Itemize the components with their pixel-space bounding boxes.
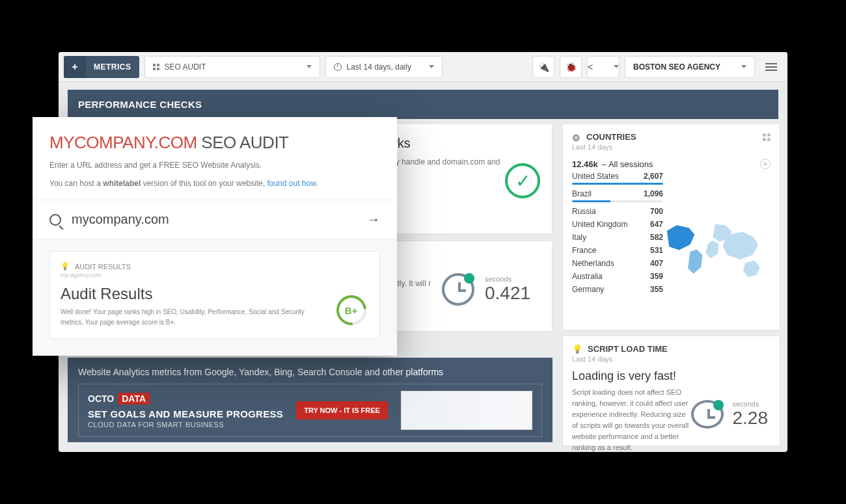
- submit-arrow-icon[interactable]: →: [367, 212, 380, 227]
- seo-audit-overlay: MYCOMPANY.COM SEO AUDIT Enter a URL addr…: [33, 117, 397, 356]
- country-value: 407: [650, 259, 663, 268]
- country-row: Russia700: [572, 205, 663, 218]
- country-row: France531: [572, 244, 663, 257]
- add-metrics-button[interactable]: + METRICS: [64, 56, 139, 78]
- grid-icon: [153, 64, 159, 70]
- script-headline: Loading is very fast!: [572, 369, 771, 383]
- results-label: AUDIT RESULTS: [75, 263, 131, 271]
- chevron-down-icon: [429, 65, 434, 68]
- bulb-icon: 💡: [61, 262, 70, 271]
- country-value: 531: [650, 246, 663, 255]
- countries-card: COUNTRIES Last 14 days 12.46k – All sess…: [562, 124, 780, 330]
- chevron-down-icon: [741, 65, 746, 68]
- country-value: 647: [650, 220, 663, 229]
- metrics-label: METRICS: [86, 62, 139, 72]
- url-search-bar[interactable]: mycompany.com →: [33, 200, 397, 239]
- country-value: 2,607: [644, 172, 663, 181]
- country-name: Australia: [572, 272, 603, 281]
- results-text: Well done! Your page ranks high in SEO, …: [61, 307, 369, 328]
- sessions-total-value: 12.46k: [572, 159, 598, 169]
- country-value: 355: [650, 285, 663, 294]
- countries-list: United States2,607Brazil1,096Russia700Un…: [572, 170, 663, 296]
- gear-icon[interactable]: [572, 133, 581, 142]
- overlay-title-suffix: SEO AUDIT: [197, 133, 289, 152]
- script-load-card: 💡 SCRIPT LOAD TIME Last 14 days Loading …: [562, 336, 780, 446]
- agency-label: BOSTON SEO AGENCY: [633, 62, 720, 72]
- script-value: 2.28: [733, 408, 769, 429]
- bulb-icon: 💡: [572, 344, 582, 354]
- country-name: Brazil: [572, 189, 592, 198]
- country-value: 700: [650, 207, 663, 216]
- date-range-dropdown[interactable]: Last 14 days, daily: [325, 56, 443, 78]
- menu-button[interactable]: [760, 56, 782, 78]
- bug-button[interactable]: 🐞: [560, 56, 582, 78]
- country-name: France: [572, 246, 596, 255]
- plus-icon: +: [64, 56, 86, 78]
- audit-results-card: 💡 AUDIT RESULTS my-agency.com Audit Resu…: [49, 251, 380, 339]
- clock-icon: [691, 400, 724, 429]
- add-segment-button[interactable]: +: [760, 159, 771, 169]
- found-out-how-link[interactable]: found out how: [267, 179, 316, 188]
- drag-handle-icon[interactable]: [763, 133, 771, 141]
- country-row: United Kingdom647: [572, 218, 663, 231]
- try-now-button[interactable]: TRY NOW - IT IS FREE: [296, 401, 388, 419]
- check-circle-icon: ✓: [505, 163, 540, 198]
- speed-value: 0.421: [485, 283, 530, 304]
- results-heading: Audit Results: [61, 285, 369, 303]
- plug-button[interactable]: 🔌: [532, 56, 554, 78]
- clock-icon: [334, 63, 342, 71]
- world-map: [662, 187, 773, 317]
- country-bar: [572, 183, 663, 185]
- plug-icon: 🔌: [538, 62, 549, 72]
- audit-dropdown[interactable]: SEO AUDIT: [144, 56, 320, 78]
- country-row: Brazil1,096: [572, 187, 663, 200]
- country-name: Germany: [572, 285, 604, 294]
- sessions-total-label: – All sessions: [602, 159, 653, 169]
- clock-icon: [442, 273, 474, 306]
- script-subtitle: Last 14 days: [572, 355, 771, 363]
- overlay-line1: Enter a URL address and get a FREE SEO W…: [49, 159, 380, 171]
- country-value: 359: [650, 272, 663, 281]
- promo-banner: Website Analytics metrics from Google, Y…: [68, 358, 553, 442]
- date-range-label: Last 14 days, daily: [347, 62, 411, 72]
- bug-icon: 🐞: [566, 62, 577, 72]
- banner-preview-image: [401, 391, 532, 430]
- country-value: 582: [650, 233, 663, 242]
- country-name: Italy: [572, 233, 586, 242]
- share-icon: <: [588, 62, 593, 72]
- country-value: 1,096: [644, 189, 663, 198]
- overlay-brand: MYCOMPANY.COM: [49, 133, 197, 152]
- script-desc: Script loading does not affect SEO ranki…: [572, 387, 689, 452]
- banner-brand-b: DATA: [118, 393, 150, 405]
- results-domain: my-agency.com: [61, 272, 369, 278]
- country-name: Russia: [572, 207, 596, 216]
- overlay-line2: You can host a whitelabel version of thi…: [49, 178, 380, 189]
- url-input[interactable]: mycompany.com: [72, 212, 357, 227]
- seconds-label: seconds: [485, 275, 530, 283]
- country-row: Netherlands407: [572, 257, 663, 270]
- agency-dropdown[interactable]: BOSTON SEO AGENCY: [625, 56, 755, 78]
- section-header: PERFORMANCE CHECKS: [68, 90, 778, 119]
- banner-top-text: Website Analytics metrics from Google, Y…: [78, 367, 542, 377]
- countries-subtitle: Last 14 days: [572, 143, 771, 151]
- audit-dropdown-label: SEO AUDIT: [165, 62, 206, 72]
- banner-sub: CLOUD DATA FOR SMART BUSINESS: [88, 421, 283, 429]
- country-row: Italy582: [572, 231, 663, 244]
- share-button[interactable]: <: [587, 56, 620, 78]
- seconds-label: seconds: [733, 400, 769, 408]
- overlay-title: MYCOMPANY.COM SEO AUDIT: [49, 133, 380, 153]
- script-title: SCRIPT LOAD TIME: [588, 344, 668, 354]
- search-icon: [49, 214, 61, 226]
- country-name: United States: [572, 172, 619, 181]
- country-row: Germany355: [572, 283, 663, 296]
- banner-brand-a: OCTO: [88, 393, 114, 404]
- country-name: Netherlands: [572, 259, 614, 268]
- country-row: United States2,607: [572, 170, 663, 183]
- toolbar: + METRICS SEO AUDIT Last 14 days, daily …: [59, 52, 787, 82]
- chevron-down-icon: [307, 65, 312, 68]
- country-row: Australia359: [572, 270, 663, 283]
- country-bar: [572, 200, 663, 202]
- country-name: United Kingdom: [572, 220, 627, 229]
- chevron-down-icon: [614, 65, 619, 68]
- banner-headline: SET GOALS AND MEASURE PROGRESS: [88, 408, 283, 419]
